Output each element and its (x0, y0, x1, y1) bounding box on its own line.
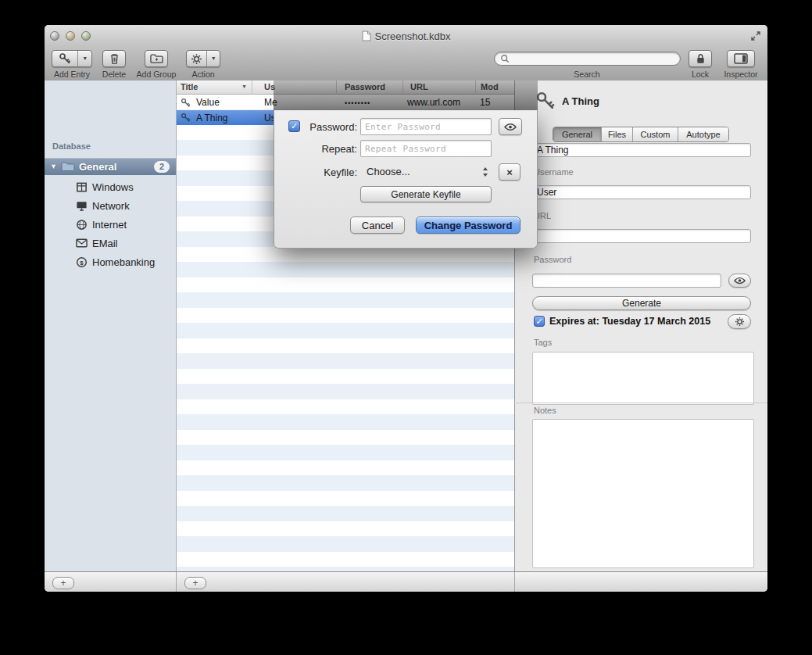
add-entry-main-segment[interactable] (52, 51, 78, 66)
sidebar-item-internet[interactable]: Internet (45, 215, 176, 234)
action-button[interactable]: ▾ (186, 50, 220, 67)
add-entry-plus-button[interactable]: + (184, 577, 206, 589)
action-main-segment[interactable] (187, 51, 207, 66)
dialog-show-password-button[interactable] (499, 118, 522, 135)
column-header-title[interactable]: Title (181, 82, 198, 91)
column-divider[interactable] (252, 81, 252, 95)
sidebar-divider (176, 81, 177, 571)
dialog-password-input[interactable] (360, 118, 492, 135)
add-entry-dropdown-segment[interactable]: ▾ (78, 51, 91, 66)
windows-icon (75, 181, 88, 193)
tab-autotype[interactable]: Autotype (678, 127, 728, 141)
check-icon: ✓ (535, 317, 542, 327)
username-label: Username (534, 167, 574, 177)
tab-general[interactable]: General (553, 127, 602, 141)
folder-icon (61, 161, 75, 172)
expires-label: Expires at: Tuesday 17 March 2015 (549, 316, 710, 327)
dialog-repeat-label: Repeat: (274, 143, 357, 155)
inspector-tabs: General Files Custom Autotype (553, 127, 729, 142)
keyfile-popup[interactable]: Choose... (360, 163, 493, 181)
keyfile-popup-value: Choose... (367, 166, 410, 177)
password-field[interactable] (532, 274, 721, 288)
search-input[interactable] (513, 52, 674, 65)
sidebar-group-general[interactable]: ▼ General 2 (45, 158, 176, 175)
sidebar-item-label: Network (92, 200, 130, 212)
action-label: Action (179, 70, 227, 79)
cell-title: A Thing (196, 113, 227, 123)
tags-label: Tags (534, 338, 552, 347)
cell-title: Value (196, 97, 220, 108)
tab-custom[interactable]: Custom (633, 127, 678, 141)
network-icon (75, 199, 88, 212)
window-title: Screenshot.kdbx (375, 30, 451, 42)
titlebar: Screenshot.kdbx (45, 25, 767, 48)
gear-icon (735, 317, 745, 327)
gear-icon (191, 53, 202, 65)
expires-checkbox[interactable]: ✓ (534, 316, 545, 327)
eye-icon (734, 277, 746, 285)
show-password-button[interactable] (728, 274, 751, 288)
dollar-icon: $ (75, 256, 88, 268)
app-window: Screenshot.kdbx ▾ Add Entry Delete Add G… (45, 25, 767, 592)
sort-indicator-icon: ▼ (241, 84, 247, 89)
generate-keyfile-button[interactable]: Generate Keyfile (360, 186, 492, 202)
sidebar-item-windows[interactable]: Windows (45, 177, 176, 196)
key-icon (181, 98, 191, 108)
key-icon (59, 52, 71, 65)
sidebar-header: Database (52, 141, 91, 151)
tab-files[interactable]: Files (602, 127, 633, 141)
close-button[interactable] (50, 31, 59, 41)
sidebar-item-label: Homebanking (92, 256, 155, 268)
change-password-button[interactable]: Change Password (416, 217, 520, 234)
url-field[interactable] (532, 229, 751, 243)
zoom-button[interactable] (81, 31, 91, 41)
sidebar: Database ▼ General 2 Windows Network Int… (45, 81, 176, 571)
delete-button[interactable] (102, 50, 126, 67)
tags-textarea[interactable] (532, 352, 754, 405)
search-icon (500, 54, 510, 63)
chevron-down-icon: ▾ (212, 55, 215, 62)
notes-section-divider (514, 403, 767, 403)
disclosure-triangle-icon[interactable]: ▼ (50, 163, 57, 170)
sidebar-item-email[interactable]: EMail (45, 234, 176, 252)
dialog-repeat-input[interactable] (360, 140, 492, 157)
add-group-button[interactable] (145, 50, 168, 67)
bottom-bar: + + (45, 571, 767, 592)
chevron-down-icon: ▾ (84, 55, 87, 62)
generate-password-button[interactable]: Generate (532, 296, 751, 310)
fullscreen-icon[interactable] (750, 30, 761, 41)
envelope-icon (75, 237, 88, 249)
add-group-label: Add Group (125, 70, 188, 79)
trash-icon (109, 52, 120, 65)
folder-plus-icon (150, 53, 163, 64)
entry-title-field[interactable] (532, 143, 751, 157)
lock-icon (695, 52, 706, 65)
expiry-gear-button[interactable] (728, 314, 751, 329)
sidebar-item-network[interactable]: Network (45, 196, 176, 215)
dialog-password-label: Password: (274, 121, 357, 133)
lock-button[interactable] (689, 50, 712, 67)
change-password-dialog: ✓ Password: Repeat: Keyfile: Choose... ×… (274, 110, 538, 249)
svg-text:$: $ (80, 259, 84, 266)
add-entry-button[interactable]: ▾ (52, 50, 92, 67)
username-field[interactable] (532, 185, 751, 199)
sidebar-item-label: Windows (92, 181, 134, 193)
sidebar-group-label: General (79, 161, 116, 173)
key-icon (181, 113, 191, 123)
sheet-shadow-overlay (274, 81, 538, 110)
minimize-button[interactable] (66, 31, 75, 41)
add-group-plus-button[interactable]: + (52, 577, 74, 589)
notes-textarea[interactable] (532, 419, 754, 568)
action-dropdown-segment[interactable]: ▾ (207, 51, 220, 66)
globe-icon (75, 218, 88, 231)
popup-stepper-icon (482, 166, 488, 177)
search-field[interactable] (494, 52, 681, 66)
eye-icon (504, 123, 517, 131)
search-label: Search (556, 70, 618, 79)
cancel-button[interactable]: Cancel (350, 217, 405, 234)
footer-divider (176, 572, 177, 592)
sidebar-item-homebanking[interactable]: $ Homebanking (45, 252, 176, 271)
close-icon: × (506, 166, 513, 178)
clear-keyfile-button[interactable]: × (499, 163, 520, 181)
inspector-button[interactable] (727, 50, 755, 67)
